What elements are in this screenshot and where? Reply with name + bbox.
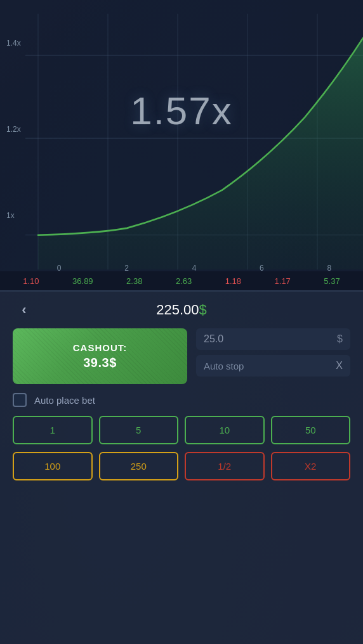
bet-amount-row: $: [196, 328, 350, 350]
recent-mult-2: 2.38: [126, 276, 142, 286]
recent-mult-5: 1.17: [275, 276, 291, 286]
x-label-8: 8: [327, 264, 331, 273]
quick-bet-50[interactable]: 50: [271, 416, 351, 444]
quick-bets-row-2: 100 250 1/2 X2: [13, 452, 350, 480]
x-label-6: 6: [260, 264, 264, 273]
auto-place-checkbox[interactable]: [13, 393, 27, 407]
right-controls: $ Auto stop X: [196, 328, 350, 384]
x-axis-labels: 0 2 4 6 8: [25, 264, 363, 273]
quick-bet-250[interactable]: 250: [99, 452, 179, 480]
chart-svg: [0, 0, 363, 290]
quick-bet-10[interactable]: 10: [185, 416, 265, 444]
main-wrapper: 1.4x 1.2x 1x 1.57x 0 2 4 6 8 1.10 36.89 …: [0, 0, 363, 644]
cashout-button[interactable]: CASHOUT: 39.3$: [13, 328, 187, 384]
y-label-1: 1x: [6, 211, 21, 220]
x-label-2: 2: [124, 264, 129, 273]
y-label-12: 1.2x: [6, 125, 21, 134]
quick-bet-100[interactable]: 100: [13, 452, 93, 480]
back-button[interactable]: ‹: [13, 299, 36, 321]
chart-area: 1.4x 1.2x 1x 1.57x 0 2 4 6 8 1.10 36.89 …: [0, 0, 363, 292]
bet-amount-input[interactable]: [204, 333, 333, 345]
balance-display: 225.00$: [156, 302, 207, 318]
quick-bet-double[interactable]: X2: [271, 452, 351, 480]
x-label-4: 4: [192, 264, 197, 273]
recent-mult-0: 1.10: [23, 276, 39, 286]
header-row: ‹ 225.00$: [13, 302, 350, 318]
back-icon: ‹: [22, 302, 26, 318]
balance-amount: 225.00: [156, 302, 199, 318]
auto-stop-row: Auto stop X: [196, 355, 350, 377]
dollar-sign-icon: $: [337, 333, 343, 345]
multiplier-value: 1.57x: [130, 88, 233, 133]
x-label-0: 0: [57, 264, 62, 273]
cashout-label: CASHOUT:: [73, 342, 128, 353]
y-axis-labels: 1.4x 1.2x 1x: [6, 0, 21, 259]
balance-currency: $: [199, 302, 207, 318]
quick-bet-half[interactable]: 1/2: [185, 452, 265, 480]
recent-mult-1: 36.89: [72, 276, 93, 286]
bottom-panel: ‹ 225.00$ CASHOUT: 39.3$ $: [0, 292, 363, 644]
quick-bet-5[interactable]: 5: [99, 416, 179, 444]
auto-stop-label: Auto stop: [204, 361, 332, 371]
recent-mult-6: 5.37: [324, 276, 340, 286]
cashout-amount: 39.3$: [83, 356, 117, 370]
quick-bets-row-1: 1 5 10 50: [13, 416, 350, 444]
auto-place-bet-row: Auto place bet: [13, 392, 350, 408]
auto-place-label: Auto place bet: [34, 395, 95, 406]
recent-multipliers-row: 1.10 36.89 2.38 2.63 1.18 1.17 5.37: [0, 271, 363, 290]
main-controls: CASHOUT: 39.3$ $ Auto stop X: [13, 328, 350, 384]
recent-mult-4: 1.18: [225, 276, 241, 286]
y-label-14: 1.4x: [6, 39, 21, 48]
quick-bet-1[interactable]: 1: [13, 416, 93, 444]
recent-mult-3: 2.63: [176, 276, 192, 286]
auto-stop-close-button[interactable]: X: [336, 360, 343, 371]
